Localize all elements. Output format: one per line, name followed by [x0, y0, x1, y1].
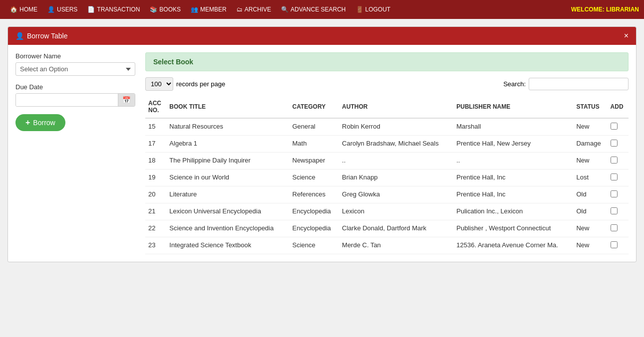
books-icon: 📚 [150, 6, 157, 13]
cell-status: New [573, 237, 607, 254]
home-icon: 🏠 [10, 6, 17, 13]
cell-publisher: Prentice Hall, Inc [453, 186, 573, 203]
modal-header: 👤 Borrow Table × [8, 27, 636, 45]
right-panel: Select Book 100 records per page Search: [145, 52, 629, 254]
table-row: 15Natural ResourcesGeneralRobin KerrodMa… [145, 118, 629, 136]
cell-status: Old [573, 203, 607, 220]
advance-search-icon: 🔍 [281, 6, 289, 13]
cell-status: New [573, 220, 607, 237]
cell-author: Merde C. Tan [339, 237, 453, 254]
borrower-name-select[interactable]: Select an Option [15, 62, 135, 76]
cell-publisher: Pulication Inc., Lexicon [453, 203, 573, 220]
add-checkbox[interactable] [611, 190, 618, 197]
cell-add [608, 169, 629, 186]
cell-status: New [573, 153, 607, 169]
cell-author: Clarke Donald, Dartford Mark [339, 220, 453, 237]
col-book-title: BOOK TITLE [166, 96, 289, 118]
add-checkbox[interactable] [611, 157, 618, 164]
nav-users[interactable]: 👤 USERS [42, 2, 82, 17]
add-checkbox[interactable] [611, 224, 618, 231]
nav-books[interactable]: 📚 BOOKS [145, 2, 186, 17]
due-date-label: Due Date [15, 83, 135, 91]
cell-publisher: Prentice Hall, New Jersey [453, 136, 573, 153]
table-row: 18The Philippine Daily InquirerNewspaper… [145, 153, 629, 169]
search-input[interactable] [529, 78, 629, 90]
cell-category: General [290, 118, 339, 136]
left-panel: Borrower Name Select an Option Due Date … [15, 52, 135, 254]
borrow-button-label: Borrow [33, 119, 55, 127]
col-publisher: PUBLISHER NAME [453, 96, 573, 118]
cell-status: Damage [573, 136, 607, 153]
cell-book-title: Integrated Science Textbook [166, 237, 289, 254]
cell-acc-no: 15 [145, 118, 166, 136]
cell-book-title: Science and Invention Encyclopedia [166, 220, 289, 237]
add-checkbox[interactable] [611, 173, 618, 180]
cell-category: Encyclopedia [290, 203, 339, 220]
cell-book-title: Lexicon Universal Encyclopedia [166, 203, 289, 220]
nav-logout[interactable]: 🚪 LOGOUT [351, 2, 396, 17]
table-controls: 100 records per page Search: [145, 77, 629, 91]
col-acc-no: ACCNO. [145, 96, 166, 118]
add-checkbox[interactable] [611, 123, 618, 130]
cell-add [608, 118, 629, 136]
cell-publisher: 12536. Araneta Avenue Corner Ma. [453, 237, 573, 254]
cell-acc-no: 19 [145, 169, 166, 186]
navbar: 🏠 HOME 👤 USERS 📄 TRANSACTION 📚 BOOKS 👥 M… [0, 0, 644, 19]
table-body: 15Natural ResourcesGeneralRobin KerrodMa… [145, 118, 629, 254]
cell-book-title: Literature [166, 186, 289, 203]
table-row: 21Lexicon Universal EncyclopediaEncyclop… [145, 203, 629, 220]
search-area: Search: [503, 78, 629, 90]
add-checkbox[interactable] [611, 140, 618, 147]
calendar-button[interactable]: 📅 [118, 94, 135, 106]
table-row: 20LiteratureReferencesGreg GlowkaPrentic… [145, 186, 629, 203]
cell-author: .. [339, 153, 453, 169]
modal-title: Borrow Table [27, 32, 67, 40]
col-category: CATEGORY [290, 96, 339, 118]
borrower-name-label: Borrower Name [15, 52, 135, 60]
nav-advance-search[interactable]: 🔍 ADVANCE SEARCH [276, 2, 350, 17]
records-per-page-select[interactable]: 100 [145, 77, 173, 91]
date-input-wrapper: 📅 [15, 93, 135, 107]
nav-users-label: USERS [57, 6, 77, 13]
cell-category: References [290, 186, 339, 203]
archive-icon: 🗂 [237, 6, 243, 13]
col-status: STATUS [573, 96, 607, 118]
cell-author: Greg Glowka [339, 186, 453, 203]
member-icon: 👥 [191, 6, 198, 13]
modal-close-button[interactable]: × [624, 32, 629, 40]
nav-logout-label: LOGOUT [365, 6, 391, 13]
cell-publisher: Marshall [453, 118, 573, 136]
modal-header-title: 👤 Borrow Table [15, 32, 67, 40]
cell-book-title: Science in our World [166, 169, 289, 186]
cell-author: Carolyn Bradshaw, Michael Seals [339, 136, 453, 153]
transaction-icon: 📄 [87, 6, 95, 13]
table-row: 19Science in our WorldScienceBrian Knapp… [145, 169, 629, 186]
col-add: ADD [608, 96, 629, 118]
nav-archive[interactable]: 🗂 ARCHIVE [232, 2, 276, 17]
due-date-input[interactable] [16, 94, 118, 106]
borrower-name-group: Borrower Name Select an Option [15, 52, 135, 76]
nav-member[interactable]: 👥 MEMBER [186, 2, 232, 17]
cell-add [608, 203, 629, 220]
borrow-button[interactable]: + Borrow [15, 114, 65, 131]
modal-body: Borrower Name Select an Option Due Date … [8, 45, 636, 262]
add-checkbox[interactable] [611, 207, 618, 214]
modal-card: 👤 Borrow Table × Borrower Name Select an… [7, 26, 637, 262]
cell-category: Science [290, 237, 339, 254]
table-row: 22Science and Invention EncyclopediaEncy… [145, 220, 629, 237]
cell-publisher: Publisher , Westport Connecticut [453, 220, 573, 237]
nav-transaction-label: TRANSACTION [97, 6, 140, 13]
nav-home[interactable]: 🏠 HOME [5, 2, 42, 17]
cell-status: Lost [573, 169, 607, 186]
cell-acc-no: 23 [145, 237, 166, 254]
user-icon: 👤 [15, 32, 24, 40]
add-checkbox[interactable] [611, 241, 618, 248]
nav-transaction[interactable]: 📄 TRANSACTION [82, 2, 145, 17]
cell-author: Robin Kerrod [339, 118, 453, 136]
calendar-icon: 📅 [122, 96, 131, 104]
nav-member-label: MEMBER [200, 6, 227, 13]
table-row: 23Integrated Science TextbookScienceMerd… [145, 237, 629, 254]
search-label: Search: [503, 80, 526, 88]
select-book-header: Select Book [145, 52, 629, 71]
cell-add [608, 220, 629, 237]
